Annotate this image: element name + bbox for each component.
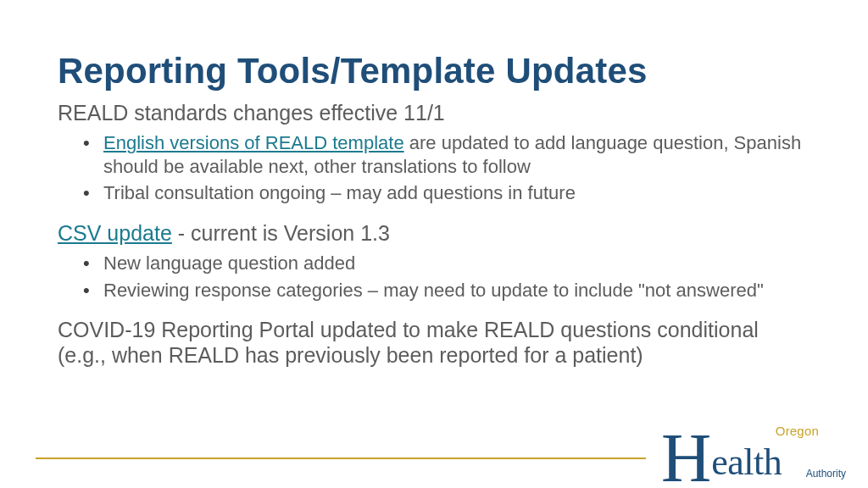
section2-lead: CSV update - current is Version 1.3 <box>58 220 810 247</box>
bullet-text: Reviewing response categories – may need… <box>103 280 764 301</box>
logo-top-text: Oregon <box>776 424 819 438</box>
list-item: Tribal consultation ongoing – may add qu… <box>58 181 810 205</box>
logo-main-rest: ealth <box>711 441 782 483</box>
list-item: English versions of REALD template are u… <box>58 131 810 178</box>
section2-lead-rest: - current is Version 1.3 <box>172 221 390 245</box>
slide: Reporting Tools/Template Updates REALD s… <box>0 0 868 488</box>
bullet-text: New language question added <box>103 252 355 274</box>
reald-template-link[interactable]: English versions of REALD template <box>103 132 404 153</box>
bullet-text: Tribal consultation ongoing – may add qu… <box>103 182 576 203</box>
list-item: Reviewing response categories – may need… <box>58 279 810 302</box>
oregon-health-authority-logo: Oregon Health Authority <box>661 417 848 483</box>
section1-bullets: English versions of REALD template are u… <box>58 131 810 205</box>
section3-para: COVID-19 Reporting Portal updated to mak… <box>58 317 810 368</box>
csv-update-link[interactable]: CSV update <box>58 221 172 245</box>
footer-divider <box>36 458 646 459</box>
slide-body: REALD standards changes effective 11/1 E… <box>58 100 810 368</box>
section2-bullets: New language question added Reviewing re… <box>58 252 810 302</box>
list-item: New language question added <box>58 252 810 275</box>
logo-sub-text: Authority <box>806 468 846 480</box>
section1-lead: REALD standards changes effective 11/1 <box>58 100 810 126</box>
slide-title: Reporting Tools/Template Updates <box>58 51 810 92</box>
logo-letter-h: H <box>661 424 711 488</box>
